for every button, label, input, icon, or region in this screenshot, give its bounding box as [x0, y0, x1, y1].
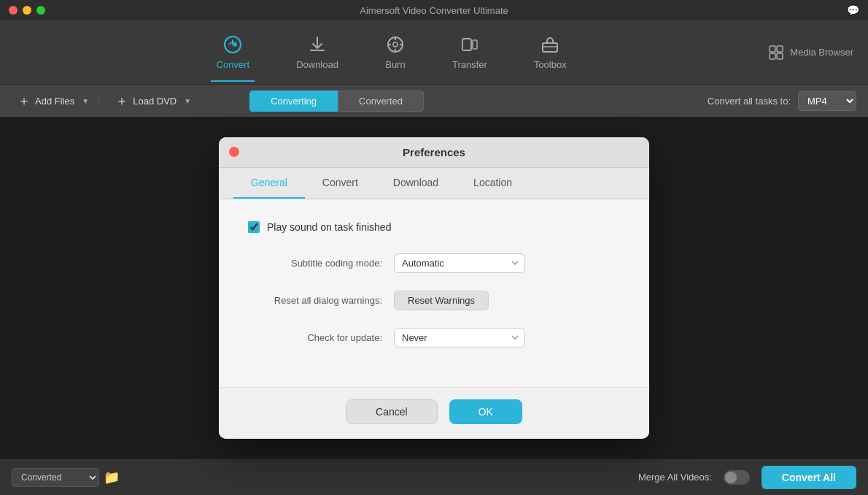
modal-title: Preferences [403, 146, 465, 158]
convert-all-button[interactable]: Convert All [762, 466, 856, 489]
transfer-icon [460, 34, 480, 55]
burn-label: Burn [385, 59, 405, 70]
message-icon[interactable]: 💬 [847, 4, 859, 16]
toolbox-label: Toolbox [534, 59, 567, 70]
load-dvd-button[interactable]: ＋ Load DVD [109, 89, 182, 112]
svg-rect-12 [770, 46, 775, 52]
check-update-select[interactable]: Never Daily Weekly Monthly [394, 328, 525, 348]
subtitle-coding-label: Subtitle coding mode: [248, 258, 394, 269]
svg-point-2 [393, 42, 398, 47]
svg-rect-15 [777, 53, 783, 59]
load-dvd-dropdown[interactable]: ▼ [184, 97, 191, 105]
reset-warnings-row: Reset all dialog warnings: Reset Warning… [248, 291, 620, 310]
output-folder-select[interactable]: Converted Custom Folder [12, 468, 99, 487]
toolbox-button[interactable]: Toolbox [525, 28, 576, 76]
check-update-row: Check for update: Never Daily Weekly Mon… [248, 328, 620, 348]
play-sound-label: Play sound on task finished [267, 221, 391, 233]
transfer-button[interactable]: Transfer [443, 28, 496, 76]
tab-converting[interactable]: Converting [249, 91, 338, 112]
play-sound-row: Play sound on task finished [248, 221, 620, 233]
modal-header: Preferences [219, 137, 649, 168]
bottom-bar: Converted Custom Folder 📁 Merge All Vide… [0, 458, 868, 495]
modal-body: Play sound on task finished Subtitle cod… [219, 199, 649, 387]
download-icon [307, 34, 328, 55]
convert-icon [222, 34, 243, 55]
preferences-modal: Preferences General Convert Download Loc… [219, 137, 649, 439]
main-content: Preferences General Convert Download Loc… [0, 117, 868, 458]
transfer-label: Transfer [452, 59, 487, 70]
media-browser-button[interactable]: Media Browser [768, 45, 853, 61]
converting-converted-tabs: Converting Converted [249, 91, 424, 112]
add-files-button[interactable]: ＋ Add Files [12, 89, 80, 112]
load-dvd-label: Load DVD [133, 96, 177, 107]
svg-rect-10 [543, 43, 557, 52]
ok-button[interactable]: OK [449, 399, 522, 424]
tab-convert[interactable]: Convert [305, 168, 376, 199]
svg-rect-7 [462, 39, 471, 50]
merge-all-label: Merge All Videos: [638, 472, 712, 483]
download-button[interactable]: Download [287, 28, 347, 76]
titlebar: Aimersoft Video Converter Ultimate 💬 [0, 0, 868, 20]
modal-overlay: Preferences General Convert Download Loc… [0, 117, 868, 458]
media-browser-icon [768, 45, 784, 61]
modal-tabs: General Convert Download Location [219, 168, 649, 199]
merge-toggle[interactable] [724, 470, 750, 485]
toolbox-icon [540, 34, 560, 55]
format-select[interactable]: MP4 MKV AVI MOV [798, 91, 856, 111]
svg-rect-13 [777, 46, 783, 52]
subtoolbar-right: Convert all tasks to: MP4 MKV AVI MOV [708, 91, 856, 111]
reset-warnings-label: Reset all dialog warnings: [248, 295, 394, 306]
convert-label: Convert [217, 59, 250, 70]
svg-rect-8 [473, 40, 477, 49]
subtoolbar: ＋ Add Files ▼ | ＋ Load DVD ▼ Converting … [0, 85, 868, 117]
modal-footer: Cancel OK [219, 387, 649, 439]
check-update-label: Check for update: [248, 332, 394, 343]
app-title: Aimersoft Video Converter Ultimate [360, 5, 508, 16]
bottom-right: Merge All Videos: Convert All [638, 466, 856, 489]
minimize-button[interactable] [23, 6, 31, 15]
subtitle-coding-row: Subtitle coding mode: Automatic Manual N… [248, 253, 620, 273]
add-files-dropdown[interactable]: ▼ [82, 97, 89, 105]
tab-general[interactable]: General [233, 168, 305, 199]
add-files-label: Add Files [35, 96, 74, 107]
subtitle-coding-select[interactable]: Automatic Manual None [394, 253, 525, 273]
tab-location[interactable]: Location [456, 168, 530, 199]
modal-close-button[interactable] [229, 147, 239, 157]
close-button[interactable] [9, 6, 18, 15]
convert-all-tasks-label: Convert all tasks to: [708, 96, 791, 107]
main-toolbar: Convert Download Burn [0, 20, 868, 85]
download-label: Download [296, 59, 338, 70]
svg-rect-14 [770, 53, 775, 59]
burn-button[interactable]: Burn [376, 28, 414, 76]
cancel-button[interactable]: Cancel [346, 399, 438, 424]
burn-icon [385, 34, 406, 55]
toolbar-actions: Convert Download Burn [15, 28, 768, 76]
open-folder-button[interactable]: 📁 [104, 469, 120, 486]
tab-converted[interactable]: Converted [338, 91, 424, 112]
convert-button[interactable]: Convert [208, 28, 259, 76]
media-browser-label: Media Browser [790, 47, 853, 58]
maximize-button[interactable] [36, 6, 45, 15]
tab-download[interactable]: Download [376, 168, 456, 199]
play-sound-checkbox[interactable] [248, 221, 260, 233]
reset-warnings-button[interactable]: Reset Warnings [394, 291, 489, 310]
traffic-lights [9, 6, 45, 15]
